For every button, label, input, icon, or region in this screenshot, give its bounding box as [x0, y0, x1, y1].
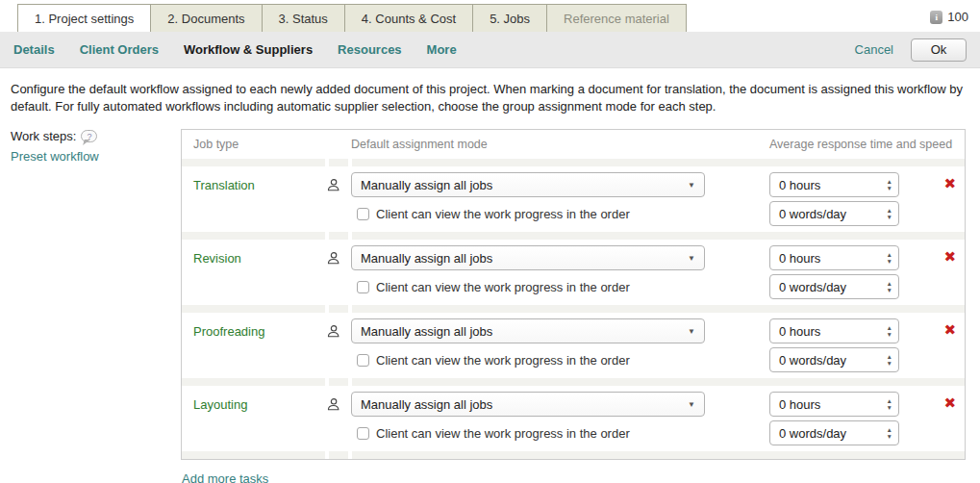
chevron-down-icon: ▼ [688, 254, 695, 263]
person-icon [326, 397, 349, 412]
tab[interactable]: 1. Project settings [17, 4, 151, 32]
tab[interactable]: 4. Counts & Cost [344, 4, 473, 32]
col-header-job-type: Job type [182, 138, 349, 151]
client-view-label: Client can view the work progress in the… [376, 426, 630, 441]
speed-stepper[interactable]: 0 words/day ▲▼ [769, 201, 899, 226]
delete-row-button[interactable]: ✖ [943, 322, 956, 337]
delete-row-button[interactable]: ✖ [943, 176, 956, 191]
person-icon [326, 251, 349, 266]
tab[interactable]: 3. Status [262, 4, 345, 32]
response-time-stepper[interactable]: 0 hours ▲▼ [769, 172, 899, 197]
sub-navigation: Details Client Orders Workflow & Supplie… [0, 32, 980, 68]
person-icon [326, 178, 349, 192]
ok-button[interactable]: Ok [911, 38, 967, 62]
tab-label: 5. Jobs [490, 12, 530, 26]
assignment-mode-value: Manually assign all jobs [361, 251, 688, 266]
stepper-arrows-icon[interactable]: ▲▼ [887, 179, 892, 191]
stepper-arrows-icon[interactable]: ▲▼ [887, 427, 892, 440]
stepper-arrows-icon[interactable]: ▲▼ [887, 325, 892, 338]
col-header-response: Average response time and speed [769, 138, 965, 151]
col-header-assignment-mode: Default assignment mode [349, 138, 769, 151]
document-count: 100 [947, 10, 968, 24]
client-view-label: Client can view the work progress in the… [376, 280, 630, 294]
tab-label: 1. Project settings [35, 12, 134, 26]
preset-workflow-link[interactable]: Preset workflow [11, 149, 181, 164]
content-area: Work steps: ? Preset workflow Job type D… [0, 115, 980, 483]
tab-label: 3. Status [279, 12, 328, 26]
client-view-label: Client can view the work progress in the… [376, 353, 630, 368]
left-column: Work steps: ? Preset workflow [11, 129, 181, 483]
add-more-tasks-link[interactable]: Add more tasks [182, 471, 966, 483]
client-view-checkbox[interactable] [357, 354, 369, 367]
response-time-value: 0 hours [779, 178, 887, 192]
assignment-mode-value: Manually assign all jobs [361, 178, 688, 192]
client-view-row: Client can view the work progress in the… [357, 280, 769, 294]
assignment-mode-value: Manually assign all jobs [361, 324, 688, 339]
tab[interactable]: 2. Documents [150, 4, 262, 32]
response-time-value: 0 hours [779, 251, 887, 266]
row-separator [182, 159, 965, 166]
speed-value: 0 words/day [779, 207, 887, 221]
subnav-item[interactable]: Client Orders [80, 42, 159, 57]
speed-value: 0 words/day [779, 280, 887, 294]
row-separator [182, 232, 965, 240]
row-separator [182, 451, 965, 459]
document-counter: i 100 [930, 10, 968, 24]
stepper-arrows-icon[interactable]: ▲▼ [887, 354, 892, 367]
response-time-stepper[interactable]: 0 hours ▲▼ [769, 392, 899, 417]
row-separator [182, 378, 965, 386]
assignment-mode-value: Manually assign all jobs [361, 397, 688, 412]
chevron-down-icon: ▼ [688, 181, 695, 190]
speed-stepper[interactable]: 0 words/day ▲▼ [769, 274, 899, 299]
row-separator [182, 305, 965, 313]
assignment-mode-select[interactable]: Manually assign all jobs ▼ [351, 245, 705, 270]
job-type-label: Translation [193, 178, 255, 192]
client-view-checkbox[interactable] [357, 427, 369, 440]
subnav-item[interactable]: Details [13, 42, 55, 57]
person-icon [326, 324, 349, 339]
client-view-checkbox[interactable] [357, 281, 369, 293]
assignment-mode-select[interactable]: Manually assign all jobs ▼ [351, 172, 705, 197]
stepper-arrows-icon[interactable]: ▲▼ [887, 398, 892, 411]
subnav-item[interactable]: Workflow & Suppliers [184, 42, 313, 57]
assignment-mode-select[interactable]: Manually assign all jobs ▼ [351, 318, 705, 343]
workflow-row: Translation Man [182, 166, 965, 240]
delete-row-button[interactable]: ✖ [943, 395, 956, 410]
subnav-item[interactable]: More [427, 42, 457, 57]
workflow-row: Layouting Manua [182, 386, 965, 459]
cancel-button[interactable]: Cancel [855, 42, 893, 57]
response-time-value: 0 hours [779, 324, 887, 339]
speed-value: 0 words/day [779, 426, 887, 441]
client-view-row: Client can view the work progress in the… [357, 426, 769, 441]
workflow-row: Revision Manual [182, 240, 965, 313]
workflow-table: Job type Default assignment mode Average… [181, 129, 966, 460]
job-type-label: Layouting [193, 397, 247, 412]
response-time-value: 0 hours [779, 397, 887, 412]
client-view-checkbox[interactable] [357, 208, 369, 220]
speed-stepper[interactable]: 0 words/day ▲▼ [769, 420, 899, 445]
workflow-description: Configure the default workflow assigned … [0, 68, 980, 115]
help-bubble-icon[interactable]: ? [81, 130, 97, 142]
client-view-label: Client can view the work progress in the… [376, 207, 630, 221]
chevron-down-icon: ▼ [688, 400, 695, 409]
table-header: Job type Default assignment mode Average… [182, 130, 965, 159]
stepper-arrows-icon[interactable]: ▲▼ [887, 281, 892, 293]
tab-label: Reference material [564, 12, 669, 26]
tab-label: 4. Counts & Cost [362, 12, 456, 26]
assignment-mode-select[interactable]: Manually assign all jobs ▼ [351, 392, 705, 417]
tab[interactable]: 5. Jobs [472, 4, 547, 32]
response-time-stepper[interactable]: 0 hours ▲▼ [769, 245, 899, 270]
speed-value: 0 words/day [779, 353, 887, 368]
client-view-row: Client can view the work progress in the… [357, 353, 769, 368]
job-type-label: Proofreading [193, 324, 264, 339]
tab[interactable]: Reference material [546, 4, 687, 32]
speed-stepper[interactable]: 0 words/day ▲▼ [769, 347, 899, 372]
stepper-arrows-icon[interactable]: ▲▼ [887, 208, 892, 220]
response-time-stepper[interactable]: 0 hours ▲▼ [769, 318, 899, 343]
job-type-label: Revision [193, 251, 241, 266]
delete-row-button[interactable]: ✖ [943, 249, 956, 264]
stepper-arrows-icon[interactable]: ▲▼ [887, 252, 892, 265]
workflow-row: Proofreading Ma [182, 313, 965, 386]
subnav-item[interactable]: Resources [338, 42, 401, 57]
tab-label: 2. Documents [167, 12, 244, 26]
